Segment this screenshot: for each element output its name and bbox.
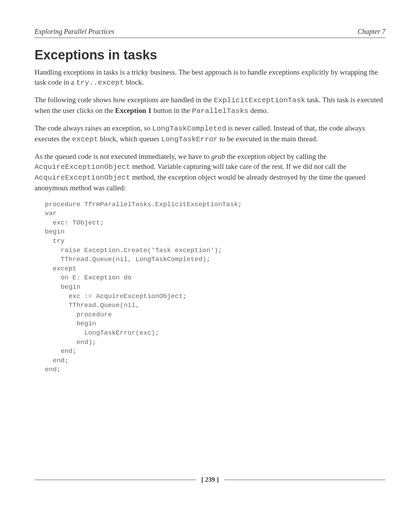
inline-code-longtaskcompleted: LongTaskCompleted [152,125,226,133]
section-title: Exceptions in tasks [35,48,385,63]
header-left: Exploring Parallel Practices [35,28,114,36]
p4-text1: As the queued code is not executed immed… [35,152,211,161]
p4-text2: the exception object by calling the [225,152,327,161]
inline-code-explicitexceptiontask: ExplicitExceptionTask [214,96,305,104]
p2-text1: The following code shows how exceptions … [35,96,214,104]
p4-text3: method. Variable capturing will take car… [130,162,346,171]
inline-code-acquireexceptionobject-2: AcquireExceptionObject [35,174,130,182]
header-right: Chapter 7 [357,28,385,36]
bold-exception-1: Exception 1 [115,106,152,115]
p3-text1: The code always raises an exception, so [35,124,152,132]
paragraph-3: The code always raises an exception, so … [35,123,385,145]
paragraph-1: Handling exceptions in tasks is a tricky… [35,67,385,88]
paragraph-4: As the queued code is not executed immed… [35,152,385,193]
p1-text2: block. [124,78,144,86]
italic-grab: grab [211,152,225,161]
p3-text3: block, which queues [98,135,161,143]
footer-line-right [224,480,385,480]
code-block: procedure TfrmParallelTasks.ExplicitExce… [45,200,385,374]
inline-code-longtaskerror: LongTaskError [161,135,218,143]
inline-code-acquireexceptionobject-1: AcquireExceptionObject [35,163,130,171]
footer-line-left [35,480,196,480]
p2-text3: button in the [152,106,192,115]
inline-code-try-except: try..except [76,79,124,87]
inline-code-except: except [72,135,98,143]
p2-text4: demo. [248,106,268,115]
paragraph-2: The following code shows how exceptions … [35,95,385,116]
page-header: Exploring Parallel Practices Chapter 7 [35,28,385,38]
p3-text4: to be executed in the main thread. [218,135,317,143]
inline-code-paralleltasks: ParallelTasks [192,107,249,115]
page-footer: [ 239 ] [35,476,385,483]
page-number: [ 239 ] [196,476,225,483]
